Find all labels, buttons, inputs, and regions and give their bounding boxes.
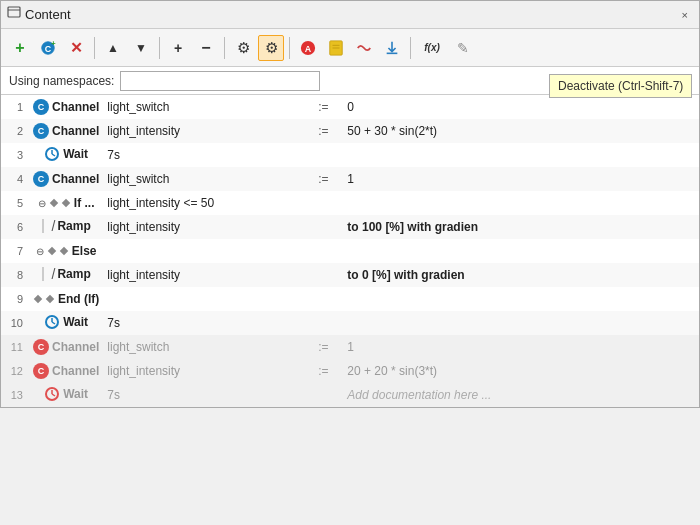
row-icon: /Ramp: [29, 215, 103, 239]
row-param: [103, 239, 303, 263]
table-row[interactable]: 12 CChannel light_intensity := 20 + 20 *…: [1, 359, 699, 383]
content-window: Content × + C + ✕ ▲ ▼ + − ⚙ ⚙: [0, 0, 700, 408]
namespace-input[interactable]: [120, 71, 320, 91]
row-param: [103, 287, 303, 311]
row-op: [303, 191, 343, 215]
move-down-button[interactable]: ▼: [128, 35, 154, 61]
window-icon: [7, 6, 21, 23]
sep5: [410, 37, 411, 59]
row-number: 11: [1, 335, 29, 359]
row-number: 12: [1, 359, 29, 383]
row-op: :=: [303, 119, 343, 143]
svg-rect-17: [60, 247, 68, 255]
row-param: 7s: [103, 143, 303, 167]
delete-button[interactable]: ✕: [63, 35, 89, 61]
collapse-icon[interactable]: ⊖: [36, 246, 44, 257]
row-param: light_intensity: [103, 119, 303, 143]
table-row[interactable]: 4 CChannel light_switch := 1: [1, 167, 699, 191]
toolbar: + C + ✕ ▲ ▼ + − ⚙ ⚙ Deactivate (Ctrl-Shi…: [1, 29, 699, 67]
row-value: [343, 311, 699, 335]
table-row[interactable]: 6 /Ramp light_intensity to 100 [%] with …: [1, 215, 699, 239]
table-row[interactable]: 3 Wait 7s: [1, 143, 699, 167]
table-row[interactable]: 5 ⊖ If ... light_intensity <= 50: [1, 191, 699, 215]
row-value: [343, 239, 699, 263]
row-op: :=: [303, 167, 343, 191]
remove-small-button[interactable]: −: [193, 35, 219, 61]
row-icon: Wait: [29, 383, 103, 407]
table-row[interactable]: 11 CChannel light_switch := 1: [1, 335, 699, 359]
svg-rect-0: [8, 7, 20, 17]
row-value: 0: [343, 95, 699, 119]
add-green-button[interactable]: +: [7, 35, 33, 61]
row-op: [303, 311, 343, 335]
namespace-label: Using namespaces:: [9, 74, 114, 88]
sep4: [289, 37, 290, 59]
wave-button[interactable]: [351, 35, 377, 61]
row-param: light_switch: [103, 95, 303, 119]
doc-placeholder: Add documentation here ...: [347, 388, 491, 402]
download-button[interactable]: [379, 35, 405, 61]
row-value: 50 + 30 * sin(2*t): [343, 119, 699, 143]
row-op: :=: [303, 335, 343, 359]
table-row[interactable]: 7 ⊖ Else: [1, 239, 699, 263]
add-small-button[interactable]: +: [165, 35, 191, 61]
row-op: [303, 287, 343, 311]
row-op: [303, 383, 343, 407]
deactivate-button[interactable]: ⚙ Deactivate (Ctrl-Shift-7): [258, 35, 284, 61]
row-number: 6: [1, 215, 29, 239]
edit-button[interactable]: ✎: [450, 35, 476, 61]
row-icon: CChannel: [29, 95, 103, 119]
table-row[interactable]: 2 CChannel light_intensity := 50 + 30 * …: [1, 119, 699, 143]
table-row[interactable]: 13 Wait 7s Add documentation here ...: [1, 383, 699, 407]
row-op: :=: [303, 95, 343, 119]
square-button[interactable]: [323, 35, 349, 61]
row-value: 1: [343, 167, 699, 191]
table-row[interactable]: 1 CChannel light_switch := 0: [1, 95, 699, 119]
svg-text:A: A: [305, 43, 312, 53]
row-icon: CChannel: [29, 359, 103, 383]
row-value: [343, 287, 699, 311]
row-number: 3: [1, 143, 29, 167]
table-row[interactable]: 8 /Ramp light_intensity to 0 [%] with gr…: [1, 263, 699, 287]
svg-text:+: +: [51, 40, 56, 48]
row-number: 2: [1, 119, 29, 143]
collapse-icon[interactable]: ⊖: [38, 198, 46, 209]
sep1: [94, 37, 95, 59]
svg-rect-14: [50, 199, 58, 207]
function-button[interactable]: f(x): [416, 35, 448, 61]
row-icon: CChannel: [29, 335, 103, 359]
row-icon: ⊖ Else: [29, 239, 103, 263]
move-up-button[interactable]: ▲: [100, 35, 126, 61]
row-value: 1: [343, 335, 699, 359]
sep3: [224, 37, 225, 59]
namespace-bar: Using namespaces:: [1, 67, 699, 95]
table-row[interactable]: 9 End (If): [1, 287, 699, 311]
row-op: [303, 215, 343, 239]
svg-rect-15: [62, 199, 70, 207]
row-icon: /Ramp: [29, 263, 103, 287]
close-button[interactable]: ×: [677, 7, 693, 23]
row-param: light_intensity <= 50: [103, 191, 303, 215]
row-value: Add documentation here ...: [343, 383, 699, 407]
alpha-button[interactable]: A: [295, 35, 321, 61]
svg-line-25: [52, 394, 55, 396]
svg-rect-16: [48, 247, 56, 255]
row-value: [343, 143, 699, 167]
row-number: 13: [1, 383, 29, 407]
add-channel-button[interactable]: C +: [35, 35, 61, 61]
table-row[interactable]: 10 Wait 7s: [1, 311, 699, 335]
svg-rect-18: [34, 294, 42, 302]
row-icon: Wait: [29, 311, 103, 335]
row-param: light_intensity: [103, 215, 303, 239]
row-icon: ⊖ If ...: [29, 191, 103, 215]
content-table: 1 CChannel light_switch := 0 2 CChannel …: [1, 95, 699, 407]
row-number: 8: [1, 263, 29, 287]
svg-rect-19: [46, 294, 54, 302]
row-param: light_intensity: [103, 359, 303, 383]
sep2: [159, 37, 160, 59]
row-value: [343, 191, 699, 215]
settings-button[interactable]: ⚙: [230, 35, 256, 61]
row-number: 5: [1, 191, 29, 215]
row-param: light_switch: [103, 335, 303, 359]
row-param: light_switch: [103, 167, 303, 191]
